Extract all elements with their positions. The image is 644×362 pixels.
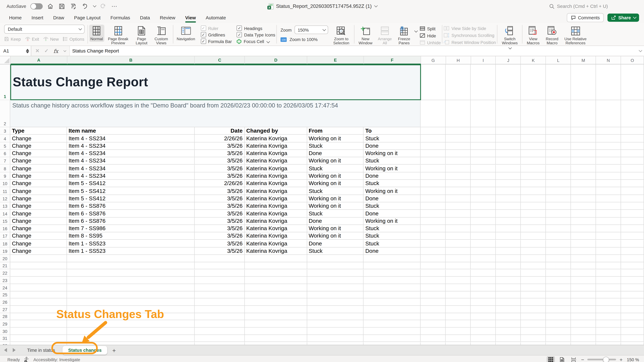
empty-cell[interactable] [67, 262, 195, 270]
table-cell[interactable]: Working on it [307, 172, 364, 180]
empty-cell[interactable] [307, 306, 364, 313]
empty-cell[interactable] [546, 240, 571, 248]
tab-home[interactable]: Home [4, 12, 26, 23]
table-cell[interactable]: Working on it [364, 217, 421, 225]
empty-cell[interactable] [621, 165, 644, 172]
empty-cell[interactable] [621, 328, 644, 335]
empty-cell[interactable] [571, 270, 596, 277]
subtitle-cell[interactable]: Status change history across workflow st… [10, 100, 420, 127]
empty-cell[interactable] [10, 270, 67, 277]
sheet-tab-time-in-status[interactable]: Time in status [20, 345, 62, 355]
empty-cell[interactable] [194, 284, 244, 291]
checkbox-headings[interactable]: ✓Headings [237, 25, 275, 31]
empty-cell[interactable] [421, 100, 446, 127]
row-header-29[interactable]: 29 [0, 320, 10, 328]
empty-cell[interactable] [364, 284, 421, 291]
empty-cell[interactable] [521, 180, 546, 187]
table-cell[interactable]: Working on it [364, 150, 421, 157]
empty-cell[interactable] [245, 284, 307, 291]
table-cell[interactable]: Katerina Kovriga [245, 217, 307, 225]
table-cell[interactable]: Done [364, 142, 421, 150]
empty-cell[interactable] [596, 100, 621, 127]
table-cell[interactable]: Stuck [364, 202, 421, 210]
table-cell[interactable]: Stuck [307, 248, 364, 255]
empty-cell[interactable] [546, 210, 571, 217]
empty-cell[interactable] [421, 142, 446, 150]
empty-cell[interactable] [446, 335, 471, 342]
empty-cell[interactable] [307, 313, 364, 320]
table-cell[interactable]: Done [364, 210, 421, 217]
column-header-A[interactable]: A [11, 56, 67, 64]
table-cell[interactable]: Stuck [364, 135, 421, 142]
table-cell[interactable]: 3/5/26 [194, 187, 244, 195]
empty-cell[interactable] [446, 284, 471, 291]
empty-cell[interactable] [471, 157, 496, 165]
use-relative-references-button[interactable]: Use Relative References [562, 25, 590, 46]
empty-cell[interactable] [571, 328, 596, 335]
empty-cell[interactable] [67, 328, 195, 335]
split-button[interactable]: Split [420, 26, 441, 31]
empty-cell[interactable] [194, 320, 244, 328]
empty-cell[interactable] [571, 284, 596, 291]
row-header-25[interactable]: 25 [0, 291, 10, 299]
empty-cell[interactable] [571, 180, 596, 187]
empty-cell[interactable] [621, 64, 644, 100]
empty-cell[interactable] [546, 187, 571, 195]
table-cell[interactable]: Done [364, 248, 421, 255]
empty-cell[interactable] [521, 210, 546, 217]
home-icon[interactable] [47, 2, 54, 10]
empty-cell[interactable] [245, 299, 307, 306]
empty-cell[interactable] [596, 180, 621, 187]
title-cell[interactable]: Status Change Report [10, 64, 420, 100]
empty-cell[interactable] [307, 284, 364, 291]
empty-cell[interactable] [521, 284, 546, 291]
empty-cell[interactable] [596, 291, 621, 299]
empty-cell[interactable] [364, 320, 421, 328]
empty-cell[interactable] [67, 306, 195, 313]
table-cell[interactable]: Katerina Kovriga [245, 202, 307, 210]
empty-cell[interactable] [521, 291, 546, 299]
table-cell[interactable]: Katerina Kovriga [245, 165, 307, 172]
table-header-cell[interactable]: Type [10, 127, 67, 135]
table-cell[interactable]: Change [10, 150, 67, 157]
search-box[interactable]: Search (Cmd + Ctrl + U) [549, 3, 644, 9]
empty-cell[interactable] [67, 299, 195, 306]
empty-cell[interactable] [496, 127, 521, 135]
empty-cell[interactable] [621, 150, 644, 157]
empty-cell[interactable] [496, 291, 521, 299]
empty-cell[interactable] [596, 172, 621, 180]
empty-cell[interactable] [421, 240, 446, 248]
empty-cell[interactable] [596, 187, 621, 195]
row-header-18[interactable]: 18 [0, 240, 10, 248]
empty-cell[interactable] [621, 248, 644, 255]
empty-cell[interactable] [546, 135, 571, 142]
empty-cell[interactable] [364, 335, 421, 342]
empty-cell[interactable] [446, 328, 471, 335]
empty-cell[interactable] [471, 320, 496, 328]
table-cell[interactable]: 3/5/26 [194, 217, 244, 225]
empty-cell[interactable] [471, 313, 496, 320]
empty-cell[interactable] [546, 284, 571, 291]
empty-cell[interactable] [521, 342, 546, 345]
empty-cell[interactable] [596, 150, 621, 157]
empty-cell[interactable] [571, 262, 596, 270]
table-cell[interactable]: Item 5 - SS412 [67, 195, 195, 202]
empty-cell[interactable] [621, 135, 644, 142]
empty-cell[interactable] [621, 240, 644, 248]
row-header-26[interactable]: 26 [0, 299, 10, 306]
empty-cell[interactable] [621, 157, 644, 165]
empty-cell[interactable] [596, 225, 621, 232]
table-cell[interactable]: Done [364, 195, 421, 202]
empty-cell[interactable] [596, 328, 621, 335]
sheet-tab-status-changes[interactable]: Status changes [62, 346, 108, 355]
empty-cell[interactable] [10, 313, 67, 320]
save-icon[interactable] [58, 2, 66, 10]
empty-cell[interactable] [521, 299, 546, 306]
empty-cell[interactable] [446, 306, 471, 313]
table-cell[interactable]: 2/26/26 [194, 135, 244, 142]
select-all-button[interactable] [0, 56, 11, 64]
zoom-dropdown[interactable]: 150% [294, 25, 328, 34]
empty-cell[interactable] [245, 335, 307, 342]
table-cell[interactable]: Katerina Kovriga [245, 187, 307, 195]
table-cell[interactable]: Working on it [307, 232, 364, 240]
